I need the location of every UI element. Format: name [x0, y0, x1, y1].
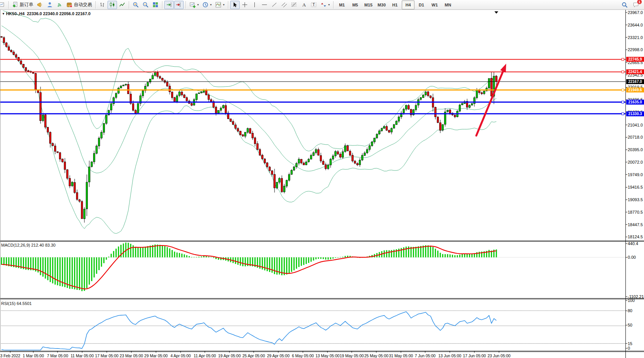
signal-icon [56, 2, 63, 8]
macd-axis-label: 0.00 [628, 255, 644, 260]
toolbar-separator [129, 1, 129, 9]
notifications-button[interactable]: 1 [631, 1, 641, 9]
timeframe-mn[interactable]: MN [441, 0, 454, 9]
trendline-icon [271, 2, 278, 8]
toolbar-separator [228, 1, 228, 9]
new-chart-button[interactable]: ▾ [188, 1, 200, 9]
time-axis-label: 25 May 05:00 [364, 353, 388, 358]
macd-label: MACD(12,26,9) 212.40 83.30 [1, 243, 56, 247]
zoom-in-icon [133, 2, 139, 8]
zoom-out-button[interactable] [141, 1, 150, 9]
megaphone-icon [37, 2, 43, 8]
bar-chart-icon [99, 2, 106, 8]
time-axis-label: 4 Apr 05:00 [170, 353, 191, 358]
timeframe-m15[interactable]: M15 [362, 0, 375, 9]
price-axis-label: 19093.5 [628, 197, 644, 202]
toolbar-separator [186, 1, 186, 9]
auto-trading-icon [66, 2, 73, 8]
price-axis-label: 20395.0 [628, 147, 644, 152]
arrows-tool-button[interactable]: ▾ [319, 1, 331, 9]
cursor-tool-button[interactable] [230, 1, 240, 9]
new-order-button[interactable]: 新订单 [11, 1, 35, 9]
macd-axis-label: 440.4 [628, 241, 644, 246]
timeframe-d1[interactable]: D1 [415, 0, 428, 9]
channel-icon [281, 2, 287, 8]
time-axis-label: 7 Jun 05:00 [415, 353, 436, 358]
new-order-label: 新订单 [20, 2, 33, 8]
level-price-tag: 22745.9 [626, 57, 644, 62]
time-axis-label: 13 May 05:00 [315, 353, 340, 358]
candlestick-chart-button[interactable] [108, 1, 117, 9]
vertical-line-tool-button[interactable] [250, 1, 259, 9]
time-axis-label: 7 Mar 05:00 [47, 353, 68, 358]
chart-header: ▼HK50-,H4 22336.0 22340.0 22056.0 22167.… [2, 11, 90, 16]
crosshair-tool-button[interactable] [240, 1, 249, 9]
text-tool-button[interactable]: A [299, 1, 309, 9]
trendline-tool-button[interactable] [270, 1, 279, 9]
macd-values: 212.40 83.30 [31, 243, 55, 247]
timeframe-h1[interactable]: H1 [388, 0, 401, 9]
toolbar-separator [95, 1, 96, 9]
zoom-in-button[interactable] [131, 1, 140, 9]
price-axis-label: 19749.0 [628, 172, 644, 177]
svg-text:A: A [303, 2, 306, 8]
fibonacci-tool-button[interactable] [289, 1, 299, 9]
toolbar-separator [8, 1, 9, 9]
period-button[interactable]: ▾ [201, 1, 213, 9]
horizontal-line-tool-button[interactable] [260, 1, 269, 9]
symbol-label: HK50-,H4 [6, 11, 25, 16]
timeframe-m30[interactable]: M30 [375, 0, 388, 9]
clock-icon [202, 2, 209, 8]
time-axis-label: 11 Mar 05:00 [70, 353, 94, 358]
chevron-down-icon: ▾ [210, 3, 212, 6]
new-chart-icon [189, 2, 196, 8]
chart-area[interactable] [0, 10, 644, 358]
zoom-out-icon [142, 2, 149, 8]
timeframe-w1[interactable]: W1 [428, 0, 441, 9]
rsi-axis-label: 50 [628, 323, 644, 327]
level-price-tag: 21330.3 [626, 111, 644, 116]
chart-shift-button[interactable] [174, 1, 184, 9]
time-axis-label: 13 Jun 05:00 [438, 353, 462, 358]
toolbar: 新订单 自动交易 [0, 0, 644, 10]
symbol-dropdown-icon[interactable]: ▼ [2, 12, 5, 16]
rsi-axis-label: 100 [628, 298, 644, 303]
channel-tool-button[interactable] [279, 1, 289, 9]
community-button[interactable] [45, 1, 55, 9]
signals-button[interactable] [55, 1, 64, 9]
price-chart[interactable] [0, 10, 644, 358]
text-label-icon: T [310, 2, 317, 8]
tile-windows-icon [152, 2, 159, 8]
indicators-button[interactable]: ▾ [214, 1, 226, 9]
time-axis-label: 23 Jun 05:00 [488, 353, 511, 358]
time-axis-label: 29 Apr 05:00 [267, 353, 290, 358]
line-chart-button[interactable] [117, 1, 127, 9]
timeframe-h4[interactable]: H4 [402, 0, 415, 9]
auto-scroll-button[interactable] [164, 1, 174, 9]
timeframe-m1[interactable]: M1 [335, 0, 348, 9]
price-axis-label: 20072.0 [628, 160, 644, 164]
auto-trading-label: 自动交易 [74, 2, 92, 8]
time-axis-label: 25 Apr 05:00 [242, 353, 265, 358]
chart-shift-icon [176, 2, 182, 8]
svg-text:T: T [313, 3, 315, 7]
candles [1, 36, 497, 222]
search-button[interactable] [620, 1, 630, 9]
cursor-icon [232, 2, 238, 8]
price-axis-label: 23644.0 [628, 23, 644, 27]
label-tool-button[interactable]: T [309, 1, 318, 9]
tile-windows-button[interactable] [151, 1, 160, 9]
chart-window-icon[interactable] [0, 1, 6, 9]
rsi-value: 64.5501 [17, 301, 32, 306]
timeframe-m5[interactable]: M5 [349, 0, 362, 9]
chevron-down-icon: ▾ [328, 3, 330, 6]
vertical-line-icon [251, 2, 258, 8]
sound-alert-button[interactable] [35, 1, 45, 9]
time-axis-label: 31 May 05:00 [389, 353, 413, 358]
time-axis-label: 6 May 05:00 [292, 353, 314, 358]
auto-trading-button[interactable]: 自动交易 [65, 1, 94, 9]
notification-badge: 1 [637, 0, 642, 5]
time-axis-label: 19 May 05:00 [340, 353, 364, 358]
bar-chart-button[interactable] [98, 1, 107, 9]
chevron-down-icon: ▾ [223, 3, 225, 6]
